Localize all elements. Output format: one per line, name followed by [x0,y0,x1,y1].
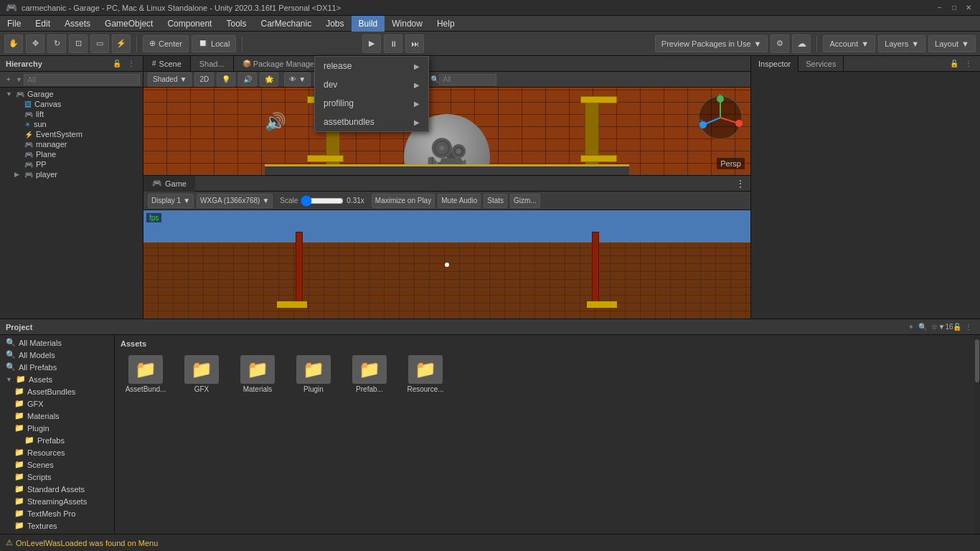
maximize-on-play-button[interactable]: Maximize on Play [372,194,435,208]
tab-inspector[interactable]: Inspector [751,56,798,72]
preview-packages-button[interactable]: Preview Packages in Use ▼ [655,35,768,52]
project-lock-button[interactable]: 🔓 [951,321,963,333]
menu-component[interactable]: Component [160,16,219,32]
tree-materials[interactable]: 📁 Materials [0,410,114,422]
hierarchy-item-canvas[interactable]: 🖼 Canvas [0,99,143,109]
dropdown-assetbundles[interactable]: assetbundles ▶ [315,113,428,131]
pause-button[interactable]: ⏸ [384,34,402,53]
hierarchy-item-pp[interactable]: 🎮 PP [0,159,143,169]
stats-button[interactable]: Stats [484,194,507,208]
pivot-button[interactable]: ⊕ Center [143,35,189,52]
tree-all-materials[interactable]: 🔍 All Materials [0,336,114,349]
project-filter-button[interactable]: ▼16 [940,321,951,333]
menu-assets[interactable]: Assets [57,16,98,32]
project-search-button[interactable]: 🔍 [917,321,928,333]
tree-all-prefabs[interactable]: 🔍 All Prefabs [0,361,114,373]
tree-standard-assets[interactable]: 📁 Standard Assets [0,483,114,495]
game-canvas[interactable]: fps [143,210,750,319]
rect-tool-button[interactable]: ▭ [90,34,109,53]
hierarchy-item-player[interactable]: ▶ 🎮 player [0,169,143,179]
hierarchy-item-eventsystem[interactable]: ⚡ EventSystem [0,129,143,139]
scene-effects-button[interactable]: 🌟 [260,72,278,87]
menu-jobs[interactable]: Jobs [319,16,351,32]
tree-scripts[interactable]: 📁 Scripts [0,471,114,483]
tree-prefabs[interactable]: 📁 Prefabs [0,434,114,446]
tab-package-manager[interactable]: 📦 Package Manager [234,56,326,72]
maximize-button[interactable]: □ [948,2,960,14]
menu-gameobject[interactable]: GameObject [98,16,160,32]
scene-2d-button[interactable]: 2D [194,72,214,87]
move-tool-button[interactable]: ✥ [26,34,44,53]
project-scrollbar[interactable] [974,335,980,534]
scene-canvas[interactable]: 🎥 🔊 Y [143,88,750,175]
tab-game[interactable]: 🎮 Game [143,176,195,192]
menu-carmechanic[interactable]: CarMechanic [253,16,319,32]
menu-build[interactable]: Build [352,16,385,32]
resolution-select[interactable]: WXGA (980x551) ▼ [197,194,273,208]
step-button[interactable]: ⏭ [405,34,424,53]
tree-textures[interactable]: 📁 Textures [0,519,114,532]
game-tab-more[interactable]: ⋮ [736,179,750,189]
display-select[interactable]: Display 1 ▼ [148,194,194,208]
hierarchy-lock-button[interactable]: 🔓 [111,58,123,70]
menu-tools[interactable]: Tools [219,16,253,32]
hierarchy-item-manager[interactable]: 🎮 manager [0,139,143,149]
inspector-lock-button[interactable]: 🔓 [948,58,960,70]
scene-search-input[interactable] [439,74,496,85]
menu-window[interactable]: Window [385,16,430,32]
layers-button[interactable]: Layers ▼ [878,35,925,52]
cloud-button[interactable]: ☁ [792,34,811,53]
hierarchy-item-plane[interactable]: 🎮 Plane [0,149,143,159]
tree-assets[interactable]: ▼ 📁 Assets [0,373,114,385]
hierarchy-more-button[interactable]: ⋮ [126,58,137,70]
asset-assetbundles[interactable]: 📁 AssetBund... [121,355,171,393]
project-more-button[interactable]: ⋮ [963,321,974,333]
tree-gfx[interactable]: 📁 GFX [0,397,114,410]
hierarchy-item-garage[interactable]: ▼ 🎮 Garage [0,89,143,99]
asset-materials[interactable]: 📁 Materials [232,355,283,393]
scale-slider[interactable] [301,197,344,204]
tab-scene[interactable]: # Scene [143,56,191,72]
tab-services[interactable]: Services [798,56,844,72]
mute-audio-button[interactable]: Mute Audio [438,194,481,208]
transform-tool-button[interactable]: ⚡ [112,34,131,53]
hierarchy-add-button[interactable]: + [3,74,14,85]
minimize-button[interactable]: − [934,2,946,14]
dropdown-dev[interactable]: dev ▶ [315,75,428,94]
hierarchy-filter-button[interactable]: ▼ [16,76,22,83]
tree-resources[interactable]: 📁 Resources [0,446,114,458]
asset-resources[interactable]: 📁 Resource... [400,355,451,393]
project-add-button[interactable]: + [905,321,917,333]
dropdown-release[interactable]: release ▶ [315,57,428,75]
tree-all-models[interactable]: 🔍 All Models [0,349,114,361]
project-scrollbar-thumb[interactable] [975,339,979,382]
scene-hidden-toggle[interactable]: 👁 ▼ [284,72,311,87]
hierarchy-search-input[interactable] [24,74,140,85]
tree-assetbundles[interactable]: 📁 AssetBundles [0,385,114,397]
asset-prefabs[interactable]: 📁 Prefab... [344,355,395,393]
scale-tool-button[interactable]: ⊡ [69,34,88,53]
shading-mode-button[interactable]: Shaded ▼ [148,72,192,87]
menu-help[interactable]: Help [430,16,462,32]
scene-gizmo[interactable]: Y Z [696,93,745,142]
asset-plugin[interactable]: 📁 Plugin [288,355,339,393]
scene-lighting-button[interactable]: 💡 [217,72,235,87]
account-button[interactable]: Account ▼ [823,35,875,52]
inspector-more-button[interactable]: ⋮ [963,58,974,70]
hand-tool-button[interactable]: ✋ [4,34,23,53]
rotate-tool-button[interactable]: ↻ [47,34,66,53]
hierarchy-item-sun[interactable]: ☀ sun [0,119,143,129]
tree-user-reporting[interactable]: 📁 UserReporting [0,532,114,534]
dropdown-profiling[interactable]: profiling ▶ [315,94,428,113]
asset-gfx[interactable]: 📁 GFX [176,355,227,393]
tree-scenes[interactable]: 📁 Scenes [0,458,114,471]
menu-file[interactable]: File [0,16,28,32]
space-button[interactable]: 🔲 Local [192,35,236,52]
scene-audio-button[interactable]: 🔊 [238,72,257,87]
settings-button[interactable]: ⚙ [771,34,789,53]
tree-plugin[interactable]: 📁 Plugin [0,422,114,434]
tree-streaming-assets[interactable]: 📁 StreamingAssets [0,495,114,507]
tree-textmesh-pro[interactable]: 📁 TextMesh Pro [0,507,114,519]
tab-shad[interactable]: Shad... [191,56,234,72]
play-button[interactable]: ▶ [362,34,381,53]
